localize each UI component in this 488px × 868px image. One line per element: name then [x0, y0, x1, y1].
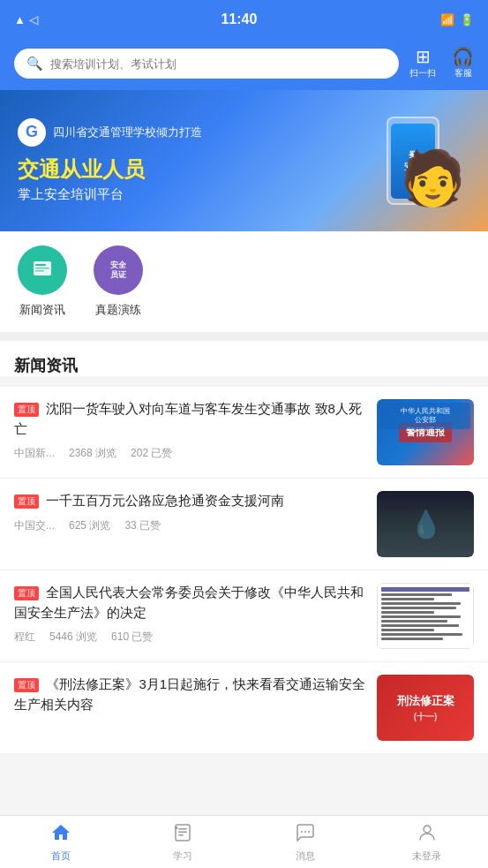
nav-label-news: 新闻资讯: [19, 302, 65, 318]
svg-rect-3: [35, 270, 44, 272]
svg-rect-1: [35, 264, 46, 266]
message-icon: [295, 822, 316, 847]
signal-icon: ▲: [14, 13, 26, 26]
news-source-1: 中国新...: [14, 446, 55, 461]
news-item-4[interactable]: 置顶 《刑法修正案》3月1日起施行，快来看看交通运输安全生产相关内容 刑法修正案…: [0, 662, 488, 754]
news-meta-3: 程红 5446 浏览 610 已赞: [14, 630, 366, 645]
banner-person-icon: 🧑: [400, 152, 466, 205]
bottom-spacer: [0, 754, 488, 807]
search-input[interactable]: [50, 57, 387, 71]
status-right: 📶 🔋: [440, 13, 474, 26]
status-left: ▲ ◁: [14, 13, 38, 26]
news-item-3-left: 置顶 全国人民代表大会常务委员会关于修改《中华人民共和国安全生产法》的决定 程红…: [14, 583, 366, 649]
bottom-nav-learn[interactable]: 学习: [122, 816, 244, 868]
news-source-3: 程红: [14, 630, 35, 645]
news-image-3: [377, 583, 474, 649]
divider: [0, 332, 488, 341]
news-title-text-1: 沈阳一货车驶入对向车道与客车发生交通事故 致8人死亡: [14, 401, 362, 436]
search-icon: 🔍: [26, 56, 43, 72]
search-actions: ⊞ 扫一扫 🎧 客服: [409, 48, 474, 79]
section-title: 新闻资讯: [14, 355, 474, 376]
svg-point-12: [424, 826, 431, 833]
news-image-1: 警情通报 中华人民共和国公安部: [377, 399, 474, 465]
nav-item-news[interactable]: 新闻资讯: [18, 245, 67, 318]
news-item-1-left: 置顶 沈阳一货车驶入对向车道与客车发生交通事故 致8人死亡 中国新... 236…: [14, 399, 366, 465]
news-item-2[interactable]: 置顶 一千五百万元公路应急抢通资金支援河南 中国交... 625 浏览 33 已…: [0, 479, 488, 570]
news-tag-4: 置顶: [14, 678, 39, 692]
news-item-2-left: 置顶 一千五百万元公路应急抢通资金支援河南 中国交... 625 浏览 33 已…: [14, 491, 366, 557]
news-item-1[interactable]: 置顶 沈阳一货车驶入对向车道与客车发生交通事故 致8人死亡 中国新... 236…: [0, 387, 488, 479]
battery-icon: 🔋: [460, 13, 474, 26]
nav-item-exam[interactable]: 安全员证 真题演练: [94, 245, 143, 318]
news-title-1: 置顶 沈阳一货车驶入对向车道与客车发生交通事故 致8人死亡: [14, 399, 366, 439]
scan-button[interactable]: ⊞ 扫一扫: [409, 48, 436, 79]
banner-logo-text: 四川省交通管理学校倾力打造: [53, 125, 202, 140]
service-icon: 🎧: [452, 48, 474, 65]
news-list: 置顶 沈阳一货车驶入对向车道与客车发生交通事故 致8人死亡 中国新... 236…: [0, 387, 488, 754]
status-bar: ▲ ◁ 11:40 📶 🔋: [0, 0, 488, 39]
banner: G 四川省交通管理学校倾力打造 交通从业人员 掌上安全培训平台 蜀安培 🧑: [0, 90, 488, 231]
quick-nav: 新闻资讯 安全员证 真题演练: [0, 231, 488, 332]
news-meta-1: 中国新... 2368 浏览 202 已赞: [14, 446, 366, 461]
banner-image: 蜀安培 🧑: [356, 117, 470, 205]
bottom-nav-profile[interactable]: 未登录: [366, 816, 488, 868]
status-time: 11:40: [221, 11, 257, 27]
news-tag-3: 置顶: [14, 586, 39, 600]
news-views-3: 5446 浏览: [49, 630, 97, 645]
svg-rect-2: [35, 268, 49, 269]
scan-icon: ⊞: [416, 48, 431, 65]
svg-point-10: [304, 831, 306, 833]
svg-rect-5: [178, 828, 187, 830]
news-image-4: 刑法修正案 (十一): [377, 675, 474, 741]
news-image-2: 💧: [377, 491, 474, 557]
banner-title-line2: 掌上安全培训平台: [18, 186, 356, 203]
nav-label-exam: 真题演练: [95, 302, 141, 318]
bottom-nav: 首页 学习 消息: [0, 815, 488, 868]
scan-label: 扫一扫: [409, 67, 436, 79]
service-label: 客服: [454, 67, 472, 79]
news-section-header: 新闻资讯: [0, 341, 488, 376]
search-input-wrap[interactable]: 🔍: [14, 49, 399, 79]
banner-content: G 四川省交通管理学校倾力打造 交通从业人员 掌上安全培训平台: [18, 118, 356, 203]
bottom-nav-learn-label: 学习: [173, 849, 192, 863]
news-views-2: 625 浏览: [69, 518, 110, 533]
nav-icon-news: [18, 245, 67, 295]
learn-icon: [172, 822, 193, 847]
news-source-2: 中国交...: [14, 518, 55, 533]
news-likes-2: 33 已赞: [124, 518, 161, 533]
wifi-icon: 📶: [440, 13, 454, 26]
network-icon: ◁: [29, 13, 38, 26]
svg-point-9: [301, 831, 303, 833]
news-meta-2: 中国交... 625 浏览 33 已赞: [14, 518, 366, 533]
search-bar: 🔍 ⊞ 扫一扫 🎧 客服: [0, 39, 488, 90]
banner-logo: G 四川省交通管理学校倾力打造: [18, 118, 356, 147]
news-tag-1: 置顶: [14, 403, 39, 417]
bottom-nav-message-label: 消息: [296, 849, 315, 863]
svg-point-11: [308, 831, 310, 833]
news-title-text-2: 一千五百万元公路应急抢通资金支援河南: [46, 493, 284, 508]
news-item-3[interactable]: 置顶 全国人民代表大会常务委员会关于修改《中华人民共和国安全生产法》的决定 程红…: [0, 570, 488, 662]
news-title-text-4: 《刑法修正案》3月1日起施行，快来看看交通运输安全生产相关内容: [14, 676, 365, 712]
news-likes-3: 610 已赞: [111, 630, 153, 645]
svg-rect-7: [178, 834, 184, 836]
news-title-3: 置顶 全国人民代表大会常务委员会关于修改《中华人民共和国安全生产法》的决定: [14, 583, 366, 623]
news-item-4-left: 置顶 《刑法修正案》3月1日起施行，快来看看交通运输安全生产相关内容: [14, 675, 366, 741]
svg-rect-6: [178, 831, 187, 833]
news-views-1: 2368 浏览: [69, 446, 116, 461]
bottom-nav-message[interactable]: 消息: [244, 816, 366, 868]
news-title-4: 置顶 《刑法修正案》3月1日起施行，快来看看交通运输安全生产相关内容: [14, 675, 366, 714]
news-title-2: 置顶 一千五百万元公路应急抢通资金支援河南: [14, 491, 366, 511]
nav-icon-exam: 安全员证: [94, 245, 143, 295]
news-tag-2: 置顶: [14, 494, 39, 509]
banner-title-line1: 交通从业人员: [18, 155, 356, 183]
banner-logo-icon: G: [18, 118, 46, 147]
home-icon: [50, 822, 71, 847]
bottom-nav-home-label: 首页: [51, 849, 71, 863]
bottom-nav-profile-label: 未登录: [412, 849, 441, 863]
news-likes-1: 202 已赞: [131, 446, 172, 461]
bottom-nav-home[interactable]: 首页: [0, 816, 122, 868]
service-button[interactable]: 🎧 客服: [452, 48, 474, 79]
profile-icon: [417, 822, 438, 847]
svg-rect-8: [175, 826, 177, 829]
news-title-text-3: 全国人民代表大会常务委员会关于修改《中华人民共和国安全生产法》的决定: [14, 585, 364, 620]
